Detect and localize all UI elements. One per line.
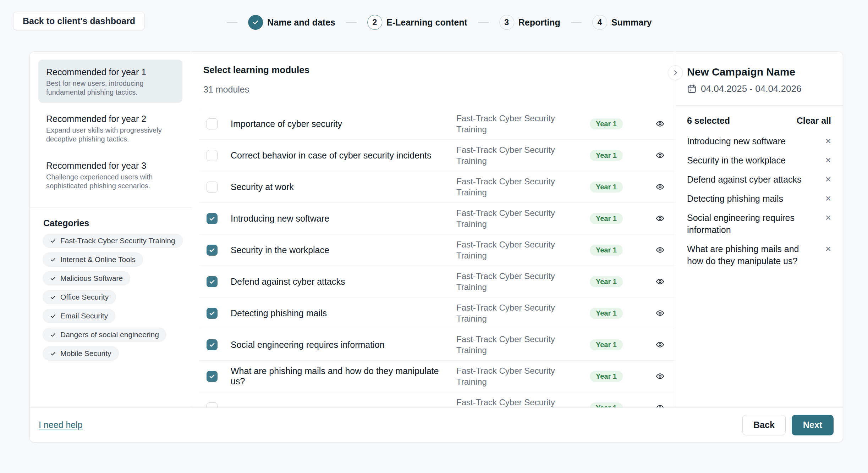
category-chip[interactable]: Fast-Track Cyber Security Training xyxy=(43,234,183,248)
category-chip[interactable]: Internet & Online Tools xyxy=(43,252,143,267)
remove-module-icon[interactable]: × xyxy=(825,212,831,223)
module-checkbox[interactable] xyxy=(207,182,218,193)
year-badge: Year 1 xyxy=(590,339,623,350)
step-number: 3 xyxy=(504,18,509,27)
check-icon xyxy=(209,278,215,285)
preview-eye-icon[interactable] xyxy=(656,277,664,286)
module-row[interactable]: Fast-Track Cyber Security Training Year … xyxy=(199,392,675,407)
category-chip[interactable]: Mobile Security xyxy=(43,346,119,361)
module-checkbox[interactable] xyxy=(207,276,218,287)
recommendation-title: Recommended for year 1 xyxy=(46,67,175,77)
category-chip-label: Dangers of social engineering xyxy=(60,330,159,339)
remove-module-icon[interactable]: × xyxy=(825,244,831,254)
wizard-footer: I need help Back Next xyxy=(30,407,843,442)
category-chip[interactable]: Dangers of social engineering xyxy=(43,328,166,342)
recommendation-preset[interactable]: Recommended for year 2 Expand user skill… xyxy=(38,106,182,150)
preview-eye-icon[interactable] xyxy=(656,183,664,191)
wizard-stepper: Name and dates 2 E-Learning content 3 Re… xyxy=(216,13,652,32)
selected-module-label: What are phishing mails and how do they … xyxy=(687,243,825,267)
category-chip-label: Fast-Track Cyber Security Training xyxy=(60,236,175,245)
year-badge: Year 1 xyxy=(590,245,623,256)
module-checkbox[interactable] xyxy=(207,371,218,382)
module-list-title: Select learning modules xyxy=(203,65,675,76)
recommendation-description: Best for new users, introducing fundamen… xyxy=(46,79,175,97)
category-chip[interactable]: Office Security xyxy=(43,290,116,304)
help-link[interactable]: I need help xyxy=(39,420,83,430)
module-row[interactable]: What are phishing mails and how do they … xyxy=(199,360,675,392)
recommendation-preset[interactable]: Recommended for year 3 Challenge experie… xyxy=(38,153,182,196)
recommendation-description: Challenge experienced users with sophist… xyxy=(46,173,175,190)
check-icon xyxy=(252,19,259,26)
module-row[interactable]: Introducing new software Fast-Track Cybe… xyxy=(199,202,675,234)
collapse-panel-button[interactable] xyxy=(668,65,683,80)
category-chip-label: Office Security xyxy=(60,293,109,301)
campaign-summary-panel: New Campaign Name 04.04.2025 - 04.04.202… xyxy=(675,52,843,407)
campaign-setup-card: Recommended for year 1 Best for new user… xyxy=(29,51,843,443)
back-button[interactable]: Back xyxy=(742,415,786,435)
module-row[interactable]: Detecting phishing mails Fast-Track Cybe… xyxy=(199,297,675,329)
selected-modules-block: 6 selected Clear all Introducing new sof… xyxy=(675,106,843,267)
module-rows: Importance of cyber security Fast-Track … xyxy=(199,108,675,407)
year-badge: Year 1 xyxy=(590,308,623,319)
preview-eye-icon[interactable] xyxy=(656,372,664,380)
module-row[interactable]: Security in the workplace Fast-Track Cyb… xyxy=(199,234,675,266)
year-badge: Year 1 xyxy=(590,213,623,224)
back-to-dashboard-button[interactable]: Back to client's dashboard xyxy=(13,12,145,30)
module-checkbox[interactable] xyxy=(207,402,218,408)
preview-eye-icon[interactable] xyxy=(656,246,664,254)
year-badge: Year 1 xyxy=(590,182,623,193)
calendar-icon xyxy=(687,84,697,94)
module-title: Correct behavior in case of cyber securi… xyxy=(231,150,456,161)
chevron-right-icon xyxy=(672,69,679,76)
module-checkbox[interactable] xyxy=(207,339,218,350)
recommendation-preset[interactable]: Recommended for year 1 Best for new user… xyxy=(38,60,182,103)
module-row[interactable]: Correct behavior in case of cyber securi… xyxy=(199,139,675,171)
filters-sidebar: Recommended for year 1 Best for new user… xyxy=(30,52,191,407)
step-number: 4 xyxy=(597,18,602,27)
check-icon xyxy=(50,313,56,319)
module-checkbox[interactable] xyxy=(207,213,218,224)
remove-module-icon[interactable]: × xyxy=(825,174,831,185)
selected-count: 6 selected xyxy=(687,116,730,126)
module-row[interactable]: Social engineering requires information … xyxy=(199,329,675,360)
remove-module-icon[interactable]: × xyxy=(825,155,831,166)
preview-eye-icon[interactable] xyxy=(656,340,664,349)
module-category: Fast-Track Cyber Security Training xyxy=(456,239,563,261)
preview-eye-icon[interactable] xyxy=(656,309,664,317)
category-chip[interactable]: Email Security xyxy=(43,309,115,323)
step-circle xyxy=(248,15,263,30)
step-connector xyxy=(478,22,489,23)
selected-module-label: Security in the workplace xyxy=(687,154,825,166)
step-connector xyxy=(227,22,237,23)
category-chip-label: Internet & Online Tools xyxy=(60,255,136,264)
clear-all-button[interactable]: Clear all xyxy=(797,116,831,126)
wizard-step[interactable]: 3 Reporting xyxy=(467,15,560,30)
module-row[interactable]: Importance of cyber security Fast-Track … xyxy=(199,108,675,139)
step-label: Name and dates xyxy=(267,17,335,28)
category-chip[interactable]: Malicious Software xyxy=(43,271,130,285)
remove-module-icon[interactable]: × xyxy=(825,193,831,204)
module-checkbox[interactable] xyxy=(207,245,218,256)
module-checkbox[interactable] xyxy=(207,308,218,319)
next-button[interactable]: Next xyxy=(792,415,834,435)
year-badge: Year 1 xyxy=(590,118,623,129)
check-icon xyxy=(50,238,56,244)
wizard-step[interactable]: Name and dates xyxy=(216,15,335,30)
wizard-step[interactable]: 4 Summary xyxy=(560,15,652,30)
preview-eye-icon[interactable] xyxy=(656,119,664,128)
preview-eye-icon[interactable] xyxy=(656,404,664,407)
recommendation-description: Expand user skills with progressively de… xyxy=(46,126,175,144)
wizard-step[interactable]: 2 E-Learning content xyxy=(335,15,467,30)
module-checkbox[interactable] xyxy=(207,118,218,129)
campaign-header: New Campaign Name 04.04.2025 - 04.04.202… xyxy=(675,52,843,105)
preview-eye-icon[interactable] xyxy=(656,214,664,223)
selected-module-item: Detecting phishing mails × xyxy=(687,193,831,205)
remove-module-icon[interactable]: × xyxy=(825,136,831,146)
module-title: Defend against cyber attacks xyxy=(231,277,456,287)
module-row[interactable]: Defend against cyber attacks Fast-Track … xyxy=(199,266,675,297)
selected-module-label: Introducing new software xyxy=(687,135,825,147)
preview-eye-icon[interactable] xyxy=(656,151,664,160)
module-checkbox[interactable] xyxy=(207,150,218,161)
module-row[interactable]: Security at work Fast-Track Cyber Securi… xyxy=(199,171,675,202)
module-category: Fast-Track Cyber Security Training xyxy=(456,334,563,356)
